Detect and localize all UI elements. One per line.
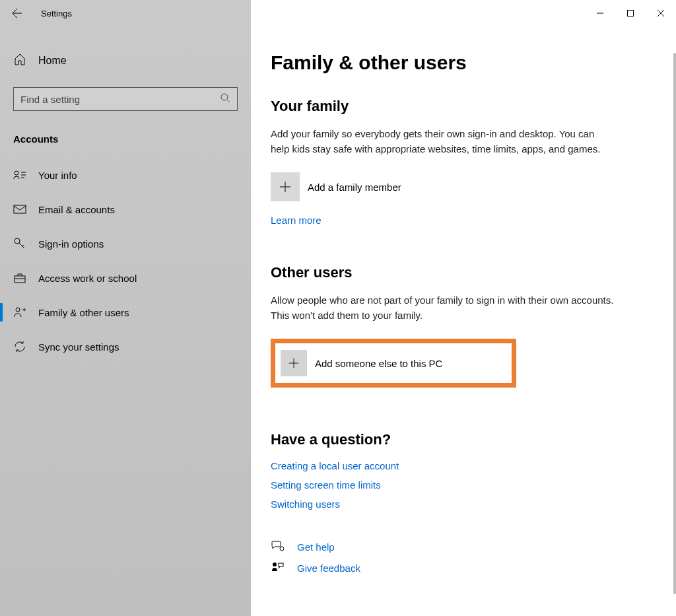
sidebar: Home Accounts Your	[0, 26, 251, 616]
svg-rect-25	[279, 563, 283, 566]
titlebar: Settings	[0, 0, 676, 26]
arrow-left-icon	[12, 8, 22, 18]
sidebar-home-label: Home	[38, 55, 67, 67]
svg-point-11	[15, 238, 20, 244]
main-area: Home Accounts Your	[0, 26, 676, 616]
sidebar-item-sync[interactable]: Sync your settings	[0, 329, 251, 364]
search-icon	[220, 92, 230, 106]
back-button[interactable]	[12, 8, 22, 18]
svg-point-4	[221, 94, 228, 100]
highlight-annotation: Add someone else to this PC	[271, 339, 516, 388]
svg-point-6	[15, 171, 18, 175]
get-help-row[interactable]: Get help	[271, 540, 656, 553]
sidebar-item-signin[interactable]: Sign-in options	[0, 226, 251, 261]
question-heading: Have a question?	[271, 431, 656, 448]
other-users-description: Allow people who are not part of your fa…	[271, 293, 614, 323]
titlebar-left: Settings	[0, 0, 251, 26]
search-box[interactable]	[13, 87, 238, 111]
sidebar-item-work-school[interactable]: Access work or school	[0, 261, 251, 295]
get-help-link[interactable]: Get help	[297, 541, 335, 553]
scrollbar-thumb[interactable]	[673, 53, 676, 594]
add-family-member-button[interactable]: Add a family member	[271, 172, 656, 201]
add-family-label: Add a family member	[308, 182, 401, 193]
sidebar-section-title: Accounts	[0, 127, 251, 158]
sidebar-home[interactable]: Home	[0, 46, 251, 75]
scrollbar[interactable]	[671, 26, 676, 616]
svg-line-13	[22, 245, 24, 246]
family-description: Add your family so everybody gets their …	[271, 127, 614, 156]
window-title: Settings	[41, 9, 72, 18]
home-icon	[13, 53, 26, 69]
briefcase-icon	[13, 271, 26, 285]
add-other-label: Add someone else to this PC	[315, 358, 442, 369]
help-link-switching-users[interactable]: Switching users	[271, 498, 656, 510]
family-heading: Your family	[271, 98, 656, 115]
sync-icon	[13, 340, 26, 353]
mail-icon	[13, 203, 26, 216]
window-controls	[585, 0, 676, 26]
sidebar-item-label: Your info	[38, 170, 77, 181]
sidebar-item-family[interactable]: Family & other users	[0, 295, 251, 329]
sidebar-item-email[interactable]: Email & accounts	[0, 192, 251, 226]
svg-rect-14	[15, 276, 25, 283]
close-icon	[657, 9, 665, 17]
sidebar-item-your-info[interactable]: Your info	[0, 158, 251, 192]
key-icon	[13, 237, 26, 250]
svg-line-5	[227, 100, 230, 102]
svg-point-23	[280, 547, 284, 551]
sidebar-item-label: Email & accounts	[38, 204, 115, 215]
sidebar-item-label: Sign-in options	[38, 238, 104, 250]
svg-rect-10	[14, 205, 26, 213]
help-link-screen-time[interactable]: Setting screen time limits	[271, 479, 656, 491]
search-input[interactable]	[20, 94, 220, 105]
give-feedback-link[interactable]: Give feedback	[297, 563, 360, 574]
plus-icon	[288, 357, 300, 369]
add-other-user-button[interactable]: Add someone else to this PC	[281, 350, 506, 376]
svg-line-12	[19, 243, 24, 248]
help-link-local-account[interactable]: Creating a local user account	[271, 460, 656, 471]
feedback-icon	[271, 561, 284, 574]
svg-point-16	[16, 308, 20, 312]
page-title: Family & other users	[271, 51, 656, 74]
minimize-button[interactable]	[585, 0, 615, 26]
content-area: Family & other users Your family Add you…	[251, 26, 676, 616]
close-button[interactable]	[646, 0, 676, 26]
plus-box	[281, 350, 307, 376]
plus-icon	[279, 180, 292, 193]
minimize-icon	[596, 9, 604, 17]
other-users-heading: Other users	[271, 264, 656, 281]
person-card-icon	[13, 168, 26, 182]
svg-point-24	[273, 563, 277, 566]
maximize-icon	[626, 9, 634, 17]
sidebar-item-label: Family & other users	[38, 307, 129, 318]
titlebar-right	[251, 0, 676, 26]
sidebar-item-label: Access work or school	[38, 273, 137, 284]
give-feedback-row[interactable]: Give feedback	[271, 561, 656, 574]
plus-box	[271, 172, 300, 201]
maximize-button[interactable]	[615, 0, 646, 26]
people-icon	[13, 306, 26, 319]
chat-icon	[271, 540, 284, 553]
svg-rect-1	[628, 11, 634, 17]
sidebar-item-label: Sync your settings	[38, 341, 119, 353]
learn-more-link[interactable]: Learn more	[271, 215, 656, 226]
